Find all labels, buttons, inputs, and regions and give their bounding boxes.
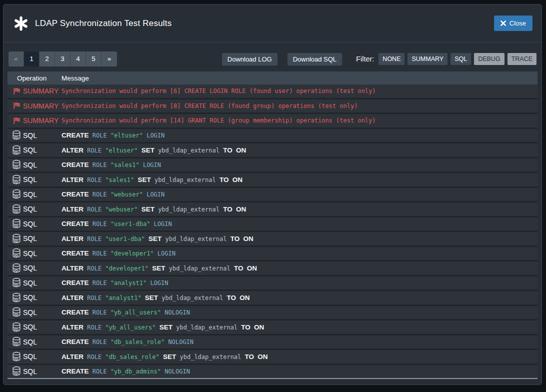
log-row: SUMMARYSynchronization would perform [14… — [8, 114, 538, 128]
log-row: SQLSQLALTER ROLE "analyst1" SET ybd_ldap… — [8, 291, 538, 304]
operation-cell: SUMMARY — [8, 102, 62, 110]
dialog-header: LDAP Synchronization Test Results Close — [4, 4, 542, 42]
database-icon: SQL — [12, 322, 22, 332]
message-cell: ALTER ROLE "eltuser" SET ybd_ldap_extern… — [62, 146, 538, 154]
operation-cell: SQLSQL — [8, 160, 62, 170]
log-row: SUMMARYSynchronization would perform [8]… — [8, 100, 538, 113]
svg-text:SQL: SQL — [14, 224, 20, 228]
database-icon: SQL — [12, 336, 22, 347]
log-row: SQLSQLALTER ROLE "yb_all_users" SET ybd_… — [8, 320, 538, 334]
message-cell: CREATE ROLE "eltuser" LOGIN — [62, 132, 538, 139]
message-cell: CREATE ROLE "sales1" LOGIN — [62, 161, 538, 168]
table-header-row: Operation Message — [8, 72, 538, 84]
filter-button-trace[interactable]: TRACE — [508, 53, 536, 65]
operation-label: SUMMARY — [23, 87, 58, 95]
download-sql-button[interactable]: Download SQL — [288, 53, 342, 66]
operation-label: SQL — [23, 338, 37, 346]
database-icon: SQL — [12, 204, 22, 214]
message-cell: ALTER ROLE "db_sales_role" SET ybd_ldap_… — [62, 353, 538, 360]
svg-text:SQL: SQL — [14, 210, 20, 213]
operation-label: SQL — [23, 323, 37, 331]
page-button-3[interactable]: 3 — [55, 52, 70, 66]
operation-cell: SQLSQL — [8, 248, 62, 258]
operation-cell: SQLSQL — [8, 130, 62, 140]
operation-label: SQL — [23, 146, 37, 154]
svg-text:SQL: SQL — [14, 284, 20, 286]
operation-cell: SQLSQL — [8, 322, 62, 332]
operation-label: SUMMARY — [23, 102, 58, 110]
svg-text:SQL: SQL — [14, 269, 20, 272]
operation-label: SQL — [23, 220, 37, 228]
filter-button-none[interactable]: NONE — [378, 53, 404, 65]
svg-text:SQL: SQL — [14, 358, 20, 360]
asterisk-icon — [14, 16, 28, 31]
database-icon: SQL — [12, 263, 22, 274]
operation-label: SQL — [23, 294, 37, 302]
operation-label: SQL — [23, 368, 37, 376]
log-row: SQLSQLCREATE ROLE "yb_all_users" NOLOGIN — [8, 306, 538, 320]
log-row: SQLSQLCREATE ROLE "eltuser" LOGIN — [8, 129, 538, 142]
svg-text:SQL: SQL — [14, 240, 20, 242]
operation-cell: SQLSQL — [8, 189, 62, 200]
operation-label: SQL — [23, 132, 37, 140]
flag-icon — [12, 102, 22, 110]
close-x-icon — [500, 20, 506, 26]
pagination: «12345» — [8, 52, 117, 66]
filter-label: Filter: — [356, 55, 374, 63]
operation-cell: SQLSQL — [8, 263, 62, 274]
operation-cell: SQLSQL — [8, 366, 62, 376]
page-button-5[interactable]: 5 — [86, 52, 102, 66]
filter-button-summary[interactable]: SUMMARY — [408, 53, 448, 65]
operation-cell: SQLSQL — [8, 204, 62, 214]
log-row: SQLSQLALTER ROLE "webuser" SET ybd_ldap_… — [8, 202, 538, 216]
filter-button-debug[interactable]: DEBUG — [474, 53, 504, 65]
page-button-4[interactable]: 4 — [70, 52, 86, 66]
database-icon: SQL — [12, 160, 22, 170]
log-row: SQLSQLALTER ROLE "eltuser" SET ybd_ldap_… — [8, 144, 538, 157]
operation-label: SQL — [23, 264, 37, 272]
message-cell: ALTER ROLE "webuser" SET ybd_ldap_extern… — [62, 206, 538, 213]
log-row: SQLSQLALTER ROLE "user1-dba" SET ybd_lda… — [8, 232, 538, 246]
log-row: SQLSQLCREATE ROLE "yb_db_admins" NOLOGIN — [8, 365, 538, 378]
column-header-message: Message — [62, 74, 538, 82]
toolbar: «12345» Download LOG Download SQL Filter… — [4, 42, 542, 72]
message-cell: CREATE ROLE "developer1" LOGIN — [62, 250, 538, 257]
operation-cell: SUMMARY — [8, 116, 62, 124]
operation-cell: SQLSQL — [8, 292, 62, 303]
message-cell: CREATE ROLE "db_sales_role" NOLOGIN — [62, 338, 538, 346]
database-icon: SQL — [12, 218, 22, 229]
page-button-»[interactable]: » — [102, 52, 117, 66]
message-cell: ALTER ROLE "yb_all_users" SET ybd_ldap_e… — [62, 324, 538, 331]
database-icon: SQL — [12, 278, 22, 288]
log-table: Operation Message SUMMARYSynchronization… — [8, 72, 538, 379]
operation-cell: SQLSQL — [8, 336, 62, 347]
svg-text:SQL: SQL — [14, 372, 20, 375]
filter-button-sql[interactable]: SQL — [450, 53, 471, 65]
operation-cell: SQLSQL — [8, 307, 62, 318]
operation-label: SQL — [23, 161, 37, 169]
download-log-button[interactable]: Download LOG — [222, 53, 278, 66]
operation-label: SQL — [23, 205, 37, 213]
svg-text:SQL: SQL — [14, 298, 20, 302]
log-row: SQLSQLALTER ROLE "sales1" SET ybd_ldap_e… — [8, 173, 538, 186]
close-button[interactable]: Close — [494, 16, 532, 31]
operation-cell: SQLSQL — [8, 145, 62, 156]
database-icon: SQL — [12, 366, 22, 376]
svg-text:SQL: SQL — [14, 313, 20, 316]
operation-cell: SQLSQL — [8, 218, 62, 229]
database-icon: SQL — [12, 145, 22, 156]
page-button-1[interactable]: 1 — [24, 52, 40, 66]
operation-label: SQL — [23, 234, 37, 242]
svg-text:SQL: SQL — [14, 180, 20, 184]
operation-cell: SUMMARY — [8, 87, 62, 95]
operation-label: SUMMARY — [23, 116, 58, 124]
operation-cell: SQLSQL — [8, 352, 62, 362]
page-button-2[interactable]: 2 — [40, 52, 55, 66]
column-header-operation: Operation — [8, 74, 62, 82]
message-cell: CREATE ROLE "user1-dba" LOGIN — [62, 220, 538, 228]
message-cell: Synchronization would perform [8] CREATE… — [62, 102, 538, 110]
message-cell: ALTER ROLE "user1-dba" SET ybd_ldap_exte… — [62, 235, 538, 242]
message-cell: CREATE ROLE "yb_all_users" NOLOGIN — [62, 308, 538, 316]
message-cell: CREATE ROLE "yb_db_admins" NOLOGIN — [62, 368, 538, 375]
svg-text:SQL: SQL — [14, 166, 20, 168]
